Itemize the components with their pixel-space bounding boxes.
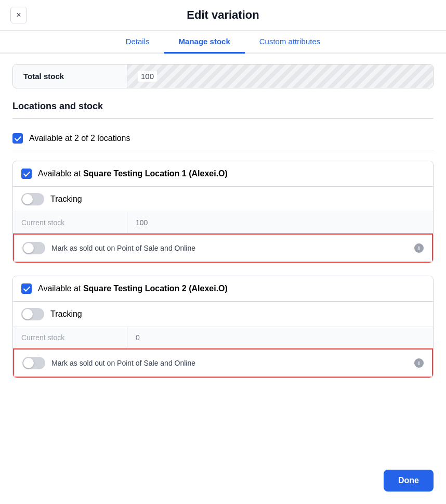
tab-custom-attributes[interactable]: Custom attributes — [245, 31, 335, 54]
tab-bar: Details Manage stock Custom attributes — [0, 31, 446, 54]
location1-available-label: Available at Square Testing Location 1 (… — [38, 169, 228, 178]
locations-section-heading: Locations and stock — [12, 101, 434, 112]
location1-current-stock-row: Current stock 100 — [13, 212, 433, 234]
dialog-header: × Edit variation — [0, 0, 446, 31]
all-locations-row: Available at 2 of 2 locations — [12, 127, 434, 150]
location1-current-stock-value: 100 — [127, 212, 156, 233]
location2-sold-out-row: Mark as sold out on Point of Sale and On… — [13, 348, 433, 378]
location2-sold-out-toggle[interactable] — [22, 357, 45, 369]
location2-sold-out-label: Mark as sold out on Point of Sale and On… — [51, 359, 414, 367]
done-button[interactable]: Done — [384, 470, 434, 492]
location2-current-stock-value: 0 — [127, 327, 148, 348]
location2-tracking-row: Tracking — [13, 302, 433, 327]
tab-manage-stock[interactable]: Manage stock — [164, 31, 245, 54]
location1-info-icon: i — [414, 243, 424, 253]
location2-tracking-toggle[interactable] — [21, 308, 44, 320]
location1-sold-out-toggle[interactable] — [22, 242, 45, 254]
location1-card: Available at Square Testing Location 1 (… — [12, 161, 434, 263]
total-stock-value: 100 — [127, 64, 433, 88]
location1-tracking-toggle[interactable] — [21, 193, 44, 205]
location2-header: Available at Square Testing Location 2 (… — [13, 276, 433, 302]
location2-tracking-label: Tracking — [50, 309, 82, 319]
all-locations-label: Available at 2 of 2 locations — [29, 134, 130, 143]
all-locations-checkbox[interactable] — [12, 133, 23, 144]
location2-checkbox[interactable] — [21, 283, 32, 294]
close-button[interactable]: × — [10, 7, 27, 23]
location1-checkbox[interactable] — [21, 169, 32, 179]
location2-available-label: Available at Square Testing Location 2 (… — [38, 284, 228, 293]
tab-details[interactable]: Details — [111, 31, 164, 54]
location2-current-stock-label: Current stock — [13, 327, 127, 348]
location1-tracking-row: Tracking — [13, 187, 433, 212]
main-content: Total stock 100 Locations and stock Avai… — [0, 54, 446, 401]
dialog-title: Edit variation — [10, 8, 436, 22]
location1-header: Available at Square Testing Location 1 (… — [13, 161, 433, 187]
location1-tracking-label: Tracking — [50, 195, 82, 204]
section-divider — [12, 118, 434, 119]
location2-info-icon: i — [414, 358, 424, 368]
total-stock-label: Total stock — [13, 64, 127, 88]
location2-card: Available at Square Testing Location 2 (… — [12, 276, 434, 378]
location1-current-stock-label: Current stock — [13, 212, 127, 233]
location2-current-stock-row: Current stock 0 — [13, 327, 433, 348]
location1-sold-out-row: Mark as sold out on Point of Sale and On… — [13, 234, 433, 263]
location1-sold-out-label: Mark as sold out on Point of Sale and On… — [51, 244, 414, 252]
total-stock-row: Total stock 100 — [12, 64, 434, 88]
